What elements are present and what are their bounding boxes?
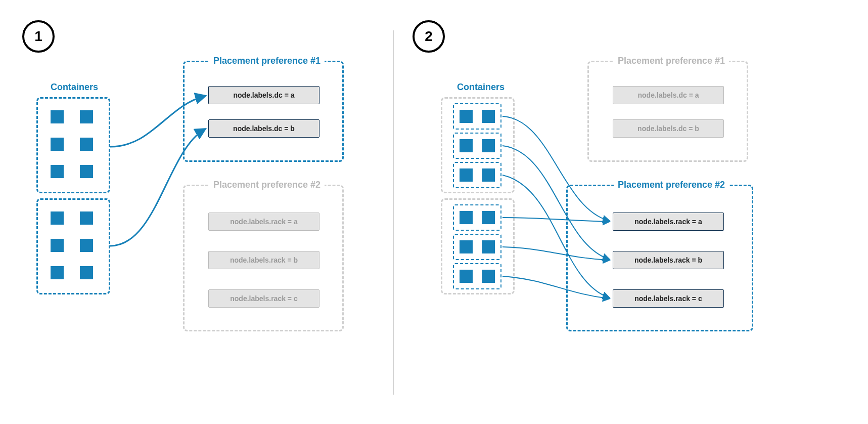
arrows-right [0, 0, 868, 424]
